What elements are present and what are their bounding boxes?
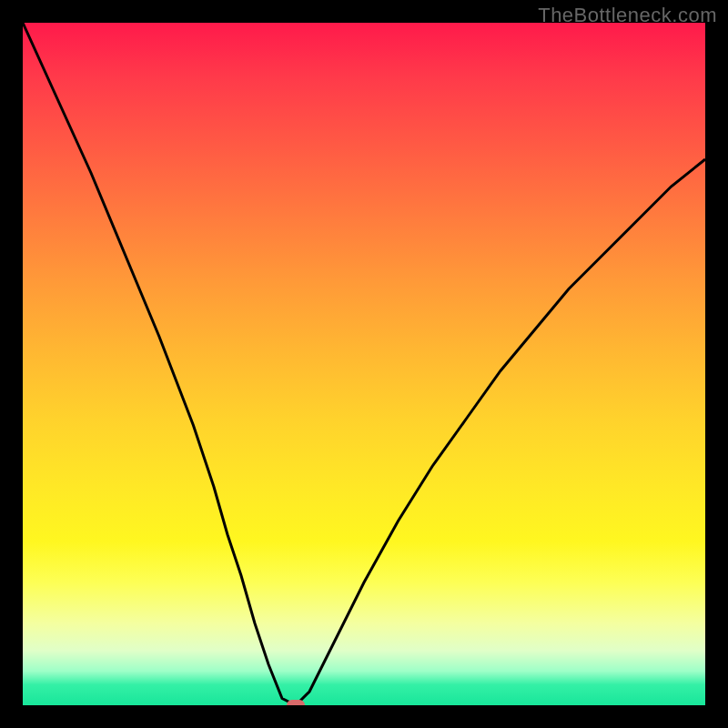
curve-path bbox=[23, 23, 705, 705]
chart-frame: TheBottleneck.com bbox=[0, 0, 728, 728]
plot-area bbox=[23, 23, 705, 705]
optimum-marker bbox=[287, 700, 305, 705]
bottleneck-curve bbox=[23, 23, 705, 705]
